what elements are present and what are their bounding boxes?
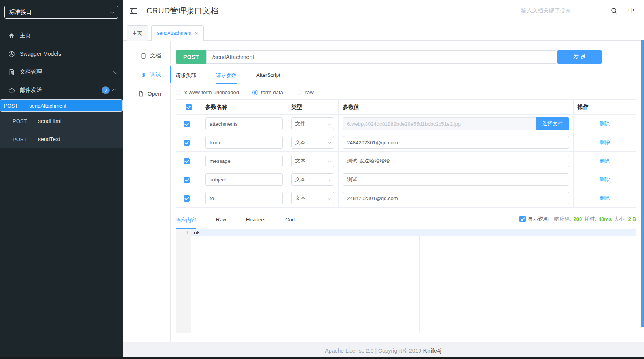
sidebar-item-label: 主页: [20, 32, 116, 39]
sidebar-item-label: 邮件发送: [20, 87, 102, 94]
nav-item-label: 文档: [150, 52, 161, 59]
code-line: ok: [191, 229, 636, 236]
col-action: 操作: [573, 100, 636, 115]
tab-request-params[interactable]: 请求参数: [216, 68, 237, 84]
file-input-group: 选择文件: [343, 117, 569, 130]
nav-item-open[interactable]: Open: [123, 84, 170, 103]
param-name-input[interactable]: [205, 117, 283, 130]
sidebar-item-home[interactable]: 主页: [0, 26, 123, 45]
col-param-name: 参数名称: [201, 100, 287, 115]
row-checkbox[interactable]: [184, 140, 190, 146]
request-url-bar: POST 发 送: [176, 50, 636, 64]
param-value-input[interactable]: [343, 136, 569, 149]
sidebar-item-sendattachment[interactable]: POST sendAttachment: [0, 99, 123, 112]
status-code-label: 响应码:: [554, 215, 571, 223]
param-type-select[interactable]: 文本: [291, 155, 334, 167]
param-name-input[interactable]: [205, 136, 283, 149]
tab-afterscript[interactable]: AfterScript: [256, 68, 280, 84]
sidebar-item-swagger-models[interactable]: Swagger Models: [0, 45, 123, 63]
param-type-select[interactable]: 文本: [291, 136, 334, 149]
chevron-down-icon: [328, 159, 331, 162]
row-checkbox[interactable]: [184, 177, 190, 183]
show-description-label: 显示说明: [528, 215, 549, 223]
table-row: 文本 删除: [176, 189, 636, 208]
language-toggle[interactable]: 中: [628, 7, 635, 15]
size-value: 2 B: [628, 216, 636, 222]
page-scrollbar-thumb[interactable]: [641, 40, 644, 327]
text-cursor: [201, 230, 201, 235]
search-icon[interactable]: [610, 7, 618, 15]
delete-row-link[interactable]: 删除: [578, 120, 632, 127]
row-checkbox[interactable]: [184, 121, 190, 127]
nav-item-debug[interactable]: 调试: [123, 65, 170, 84]
param-type-value: 文件: [295, 120, 305, 127]
radio-label: form-data: [261, 89, 283, 95]
send-button[interactable]: 发 送: [557, 50, 602, 64]
tab-curl[interactable]: Curl: [285, 213, 295, 229]
radio-selected-icon: [252, 90, 258, 95]
response-editor[interactable]: 1 ok: [176, 229, 636, 333]
param-name-input[interactable]: [205, 155, 283, 167]
radio-raw[interactable]: raw: [297, 89, 314, 95]
taskbar-edge: [0, 357, 644, 359]
api-name: sendText: [38, 136, 60, 142]
sidebar: 标准接口 主页 Swagger Models 文档管理 邮件发送 3: [0, 0, 123, 359]
select-all-checkbox[interactable]: [186, 104, 192, 110]
param-type-select[interactable]: 文件: [291, 117, 334, 130]
row-checkbox[interactable]: [184, 195, 190, 202]
row-checkbox[interactable]: [184, 158, 190, 164]
models-icon: [8, 51, 15, 57]
param-type-select[interactable]: 文本: [291, 173, 334, 186]
home-icon: [8, 32, 15, 39]
doc-search: [520, 6, 604, 16]
sidebar-item-sendhtml[interactable]: POST sendHtml: [0, 112, 123, 130]
page-title: CRUD管理接口文档: [146, 6, 219, 16]
nav-item-doc[interactable]: 文档: [123, 46, 170, 65]
param-value-input[interactable]: [343, 173, 569, 186]
param-name-input[interactable]: [205, 173, 283, 186]
sidebar-item-sendtext[interactable]: POST sendText: [0, 130, 123, 148]
close-icon[interactable]: ×: [195, 31, 198, 36]
show-description-checkbox[interactable]: [519, 216, 526, 222]
doc-icon: [140, 53, 146, 59]
sidebar-menu: 主页 Swagger Models 文档管理 邮件发送 3 POST sen: [0, 26, 123, 148]
tab-response-content[interactable]: 响应内容: [176, 213, 196, 229]
table-header-row: 参数名称 类型 参数值 操作: [176, 100, 636, 115]
radio-form-data[interactable]: form-data: [252, 89, 283, 95]
request-url-input[interactable]: [206, 50, 556, 64]
response-text: ok: [194, 230, 200, 236]
delete-row-link[interactable]: 删除: [578, 139, 632, 146]
table-row: 文本 删除: [176, 152, 636, 170]
http-method-tag: POST: [176, 50, 206, 64]
tab-label: 主页: [133, 30, 142, 37]
collapse-sidebar-button[interactable]: [129, 7, 138, 15]
sidebar-item-document-manage[interactable]: 文档管理: [0, 63, 123, 81]
delete-row-link[interactable]: 删除: [578, 195, 632, 202]
chevron-down-icon: [113, 69, 117, 74]
param-value-input[interactable]: [343, 155, 569, 167]
delete-row-link[interactable]: 删除: [578, 157, 632, 164]
delete-row-link[interactable]: 删除: [578, 176, 632, 183]
table-row: 文本 删除: [176, 170, 636, 189]
choose-file-button[interactable]: 选择文件: [536, 117, 569, 130]
search-input[interactable]: [520, 6, 604, 16]
table-row: 文件 选择文件 删除: [176, 115, 636, 133]
param-type-select[interactable]: 文本: [291, 192, 334, 204]
tab-headers[interactable]: Headers: [246, 213, 265, 229]
chevron-down-icon: [328, 177, 331, 181]
param-name-input[interactable]: [205, 192, 283, 204]
method-label: POST: [13, 136, 28, 142]
api-group-select[interactable]: 标准接口: [4, 6, 118, 19]
tab-request-headers[interactable]: 请求头部: [176, 68, 196, 84]
radio-x-www-form-urlencoded[interactable]: x-www-form-urlencoded: [176, 89, 239, 95]
param-type-value: 文本: [295, 157, 305, 164]
radio-label: raw: [305, 89, 314, 95]
tab-sendattachment[interactable]: sendAttachment ×: [151, 25, 204, 41]
tab-home[interactable]: 主页: [127, 25, 148, 41]
editor-body[interactable]: ok: [191, 229, 636, 333]
param-value-input[interactable]: [343, 192, 569, 204]
tab-raw[interactable]: Raw: [216, 213, 226, 229]
sidebar-item-mail-send[interactable]: 邮件发送 3: [0, 81, 123, 99]
main-area: CRUD管理接口文档 中 主页 sendAttachment × 文档: [123, 0, 644, 359]
footer-brand: Knife4j: [423, 348, 442, 354]
